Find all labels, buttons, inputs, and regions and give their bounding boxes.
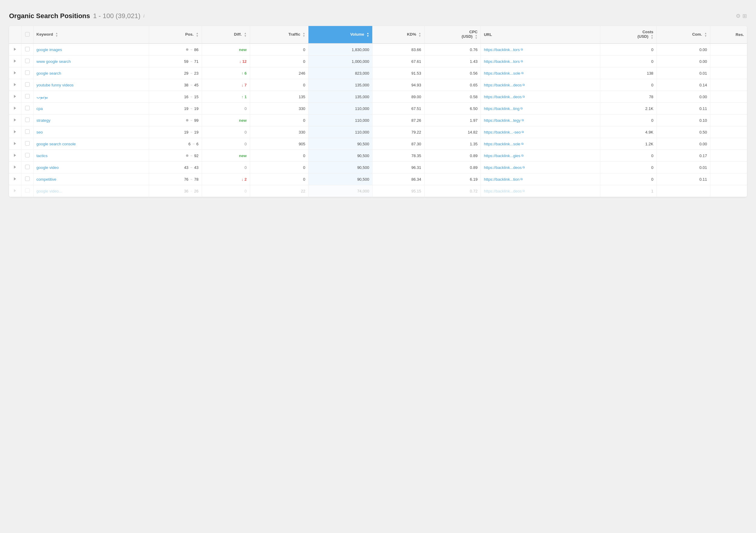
url-link[interactable]: https://backlink...tors: [484, 59, 520, 64]
th-kd[interactable]: KD% ▲▼: [372, 26, 424, 43]
keyword-link[interactable]: google video...: [37, 189, 62, 193]
expand-cell[interactable]: [9, 126, 21, 138]
keyword-link[interactable]: youtube funny videos: [37, 83, 74, 87]
chevron-right-icon[interactable]: [14, 142, 16, 145]
keyword-link[interactable]: google search console: [37, 142, 76, 146]
keyword-link[interactable]: google video: [37, 165, 59, 170]
keyword-link[interactable]: google images: [37, 47, 62, 52]
chevron-right-icon[interactable]: [14, 165, 16, 168]
columns-icon[interactable]: ⊞: [742, 13, 747, 19]
external-link-icon: ⧉: [523, 83, 525, 87]
kd-cell: 67.51: [372, 103, 424, 114]
header-checkbox[interactable]: [25, 32, 30, 37]
row-checkbox[interactable]: [25, 59, 30, 63]
row-checkbox[interactable]: [25, 117, 30, 122]
row-checkbox[interactable]: [25, 176, 30, 181]
diff-new-badge: new: [239, 118, 246, 123]
chevron-right-icon[interactable]: [14, 95, 16, 98]
expand-cell[interactable]: [9, 67, 21, 79]
cpc-cell: 0.56: [424, 67, 480, 79]
expand-cell[interactable]: [9, 114, 21, 126]
url-link[interactable]: https://backlink...tion: [484, 177, 520, 182]
chevron-right-icon[interactable]: [14, 83, 16, 86]
expand-cell[interactable]: [9, 103, 21, 114]
th-cpc[interactable]: CPC(USD) ▲▼: [424, 26, 480, 43]
traffic-cell: 135: [250, 91, 309, 103]
row-checkbox[interactable]: [25, 188, 30, 193]
check-cell: [21, 185, 33, 197]
th-costs[interactable]: Costs(USD) ▲▼: [600, 26, 657, 43]
url-link[interactable]: https://backlink...deos: [484, 94, 522, 99]
th-url[interactable]: URL: [481, 26, 600, 43]
th-traffic[interactable]: Traffic ▲▼: [250, 26, 309, 43]
keyword-link[interactable]: strategy: [37, 118, 50, 123]
expand-cell[interactable]: [9, 173, 21, 185]
row-checkbox[interactable]: [25, 165, 30, 169]
expand-cell[interactable]: [9, 56, 21, 67]
pos-from: 36: [184, 189, 188, 193]
costs-cell: 0: [600, 79, 657, 91]
row-checkbox[interactable]: [25, 106, 30, 110]
url-link[interactable]: https://backlink...-seo: [484, 130, 521, 135]
row-checkbox[interactable]: [25, 129, 30, 134]
expand-cell[interactable]: [9, 91, 21, 103]
keyword-link[interactable]: seo: [37, 130, 43, 135]
url-link[interactable]: https://backlink...tegy: [484, 118, 521, 123]
chevron-right-icon[interactable]: [14, 60, 16, 63]
pos-arrow-icon: →: [190, 118, 193, 122]
diff-cell: new: [202, 150, 250, 162]
url-link[interactable]: https://backlink...deos: [484, 83, 522, 87]
pos-arrow-icon: →: [190, 165, 193, 169]
keyword-link[interactable]: يوتيوب: [37, 94, 48, 99]
keyword-link[interactable]: competitive: [37, 177, 57, 182]
row-checkbox[interactable]: [25, 47, 30, 51]
keyword-link[interactable]: tactics: [37, 154, 48, 158]
url-link[interactable]: https://backlink...deos: [484, 189, 522, 193]
url-link[interactable]: https://backlink...ting: [484, 106, 520, 111]
expand-cell[interactable]: [9, 79, 21, 91]
external-link-icon: ⧉: [522, 130, 524, 134]
keyword-link[interactable]: www google search: [37, 59, 71, 64]
expand-cell[interactable]: [9, 43, 21, 56]
row-checkbox[interactable]: [25, 141, 30, 146]
kd-cell: 89.00: [372, 91, 424, 103]
chevron-right-icon[interactable]: [14, 71, 16, 74]
chevron-right-icon[interactable]: [14, 48, 16, 51]
external-link-icon: ⧉: [522, 118, 524, 122]
row-checkbox[interactable]: [25, 70, 30, 75]
diff-zero-value: 0: [244, 142, 246, 146]
url-link[interactable]: https://backlink...tors: [484, 47, 520, 52]
chevron-right-icon[interactable]: [14, 118, 16, 121]
keyword-cell: google images: [33, 43, 149, 56]
chevron-right-icon[interactable]: [14, 189, 16, 192]
info-icon[interactable]: i: [143, 13, 144, 18]
url-link[interactable]: https://backlink...deos: [484, 165, 522, 170]
expand-cell[interactable]: [9, 162, 21, 173]
row-checkbox[interactable]: [25, 153, 30, 157]
th-volume[interactable]: Volume ▲▼: [309, 26, 372, 43]
th-pos[interactable]: Pos. ▲▼: [149, 26, 202, 43]
traffic-cell: 0: [250, 173, 309, 185]
url-link[interactable]: https://backlink...sole: [484, 142, 521, 146]
keyword-link[interactable]: google search: [37, 71, 61, 76]
chevron-right-icon[interactable]: [14, 154, 16, 157]
pos-to: 19: [194, 130, 198, 135]
row-checkbox[interactable]: [25, 94, 30, 98]
keyword-cell: google search console: [33, 138, 149, 150]
th-diff[interactable]: Diff. ▲▼: [202, 26, 250, 43]
chevron-right-icon[interactable]: [14, 130, 16, 133]
expand-cell[interactable]: [9, 138, 21, 150]
chevron-right-icon[interactable]: [14, 107, 16, 110]
url-link[interactable]: https://backlink...gies: [484, 154, 521, 158]
th-com[interactable]: Com. ▲▼: [657, 26, 710, 43]
gear-icon[interactable]: ⚙: [736, 13, 741, 19]
expand-cell[interactable]: [9, 150, 21, 162]
chevron-right-icon[interactable]: [14, 177, 16, 180]
url-link[interactable]: https://backlink...sole: [484, 71, 521, 76]
th-res[interactable]: Res.: [710, 26, 747, 43]
external-link-icon: ⧉: [523, 189, 525, 193]
expand-cell[interactable]: [9, 185, 21, 197]
keyword-link[interactable]: cpa: [37, 106, 43, 111]
row-checkbox[interactable]: [25, 82, 30, 87]
th-keyword[interactable]: Keyword ▲▼: [33, 26, 149, 43]
